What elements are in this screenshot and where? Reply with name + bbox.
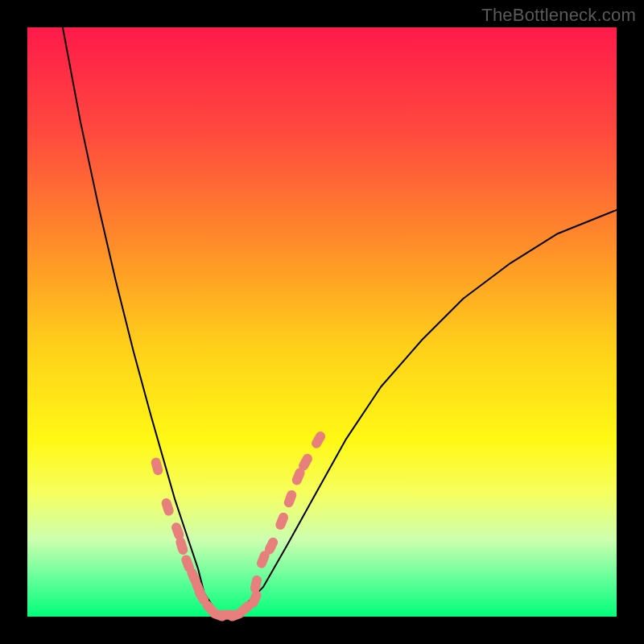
- marker-group: [150, 430, 327, 622]
- marker-point: [250, 575, 262, 594]
- svg-rect-14: [250, 575, 262, 594]
- chart-frame: TheBottleneck.com: [0, 0, 644, 644]
- marker-point: [283, 489, 298, 509]
- svg-rect-21: [310, 430, 327, 450]
- svg-rect-0: [150, 456, 163, 476]
- marker-point: [310, 430, 327, 450]
- chart-svg: [27, 27, 617, 617]
- marker-point: [160, 497, 175, 517]
- marker-point: [150, 456, 163, 476]
- plot-area: [27, 27, 617, 617]
- svg-rect-18: [283, 489, 298, 509]
- watermark-text: TheBottleneck.com: [481, 5, 636, 26]
- bottleneck-curve: [63, 27, 617, 613]
- svg-rect-1: [160, 497, 175, 517]
- marker-point: [275, 511, 290, 531]
- svg-rect-17: [275, 511, 290, 531]
